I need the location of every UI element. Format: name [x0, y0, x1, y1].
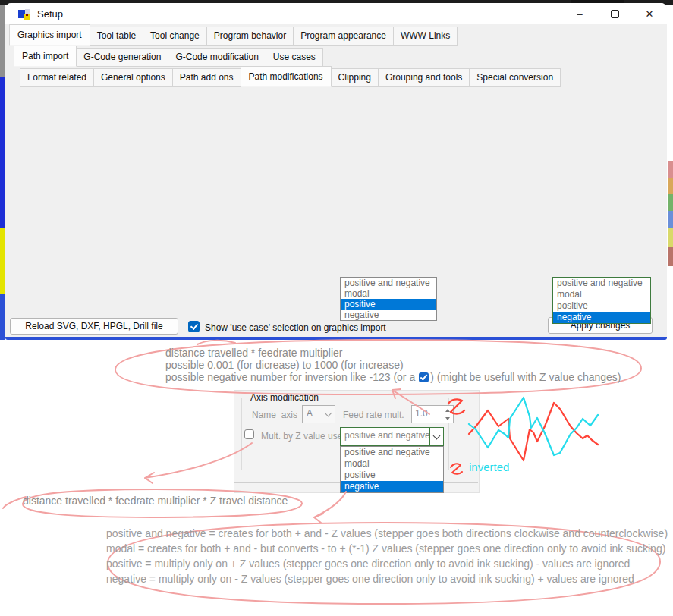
tab-clipping[interactable]: Clipping: [331, 68, 379, 87]
background-right-sliver-5: [668, 228, 673, 247]
annotation-arrow-negative: [314, 492, 346, 523]
tab-www-links[interactable]: WWW Links: [393, 27, 458, 46]
z-signal-cyan-line: [469, 398, 598, 455]
screenshot-root: { "win": {"title": "Setup", "min_glyph":…: [0, 0, 673, 616]
dropdown-item[interactable]: positive: [341, 470, 443, 481]
note1-line2: possible 0.001 (for dicrease) to 1000 (f…: [165, 359, 404, 371]
tab-use-cases[interactable]: Use cases: [266, 48, 323, 67]
dropdown-item[interactable]: modal: [341, 288, 436, 299]
tab-gcode-modification[interactable]: G-Code modification: [168, 48, 266, 67]
checked-checkbox-icon: [419, 372, 429, 382]
background-right-sliver-3: [668, 194, 673, 211]
tab-gcode-generation[interactable]: G-Code generation: [76, 48, 168, 67]
spin-down-icon[interactable]: [442, 414, 453, 423]
dropdown-item-selected[interactable]: negative: [553, 312, 650, 323]
tab-tool-change[interactable]: Tool change: [143, 27, 207, 46]
z-value-use-dropdown-left: positive and negative modal positive neg…: [340, 277, 437, 321]
z-value-use-dropdown-right: positive and negative modal positive neg…: [552, 277, 651, 324]
spin-up-icon[interactable]: [442, 406, 453, 414]
tab-general-options[interactable]: General options: [93, 68, 173, 87]
tab-path-modifications[interactable]: Path modifications: [241, 66, 332, 87]
reload-file-button[interactable]: Reload SVG, DXF, HPGL, Drill file: [10, 318, 178, 335]
dropdown-item-selected[interactable]: negative: [341, 481, 443, 492]
mult-by-z-label: Mult. by Z value use: [261, 431, 342, 442]
tab-path-import[interactable]: Path import: [14, 46, 77, 67]
dropdown-item[interactable]: positive and negative: [553, 278, 650, 289]
close-icon[interactable]: ✕: [632, 3, 667, 24]
tabs-level2: Path import G-Code generation G-Code mod…: [14, 46, 322, 67]
tab-program-behavior[interactable]: Program behavior: [206, 27, 294, 46]
feed-rate-mult-spinner[interactable]: 1.0: [411, 405, 454, 423]
tab-path-add-ons[interactable]: Path add ons: [172, 68, 241, 87]
z-signal-red-line: [469, 403, 598, 460]
maximize-icon[interactable]: [597, 3, 632, 24]
tab-tool-table[interactable]: Tool table: [90, 27, 143, 46]
background-left-gray: [0, 5, 5, 77]
background-left-blue: [0, 77, 5, 228]
note1-line3: possible negative number for inversion l…: [165, 371, 621, 383]
tabs-level1: Graphics import Tool table Tool change P…: [9, 24, 457, 46]
title-bar: Setup – ✕: [5, 3, 667, 24]
dropdown-item[interactable]: negative: [341, 310, 436, 320]
tab-special-conversion[interactable]: Special conversion: [469, 68, 561, 87]
tab-grouping-and-tools[interactable]: Grouping and tools: [378, 68, 470, 87]
dropdown-item[interactable]: modal: [341, 458, 443, 470]
chevron-down-icon[interactable]: [429, 428, 443, 445]
group-title: Axis modification: [247, 392, 322, 403]
dropdown-item[interactable]: positive: [553, 300, 650, 312]
show-use-case-checkbox[interactable]: [188, 321, 200, 332]
note2: distance travelled * feedrate multiplier…: [23, 495, 288, 507]
app-icon: [18, 8, 31, 20]
note1-line1: distance travelled * feedrate multiplier: [165, 347, 342, 359]
dropdown-item[interactable]: positive and negative: [341, 278, 436, 288]
background-left-blue-bottom: [0, 294, 5, 340]
background-right-sliver-2: [668, 178, 673, 194]
dropdown-item[interactable]: modal: [553, 289, 650, 300]
background-right-sliver-6: [668, 247, 673, 266]
z-value-use-dropdown-fragment: positive and negative modal positive neg…: [340, 446, 444, 493]
tab-format-related[interactable]: Format related: [20, 68, 94, 87]
background-right-sliver-4: [668, 211, 673, 228]
dropdown-item[interactable]: positive and negative: [341, 447, 443, 458]
show-use-case-label: Show 'use case' selection on graphics im…: [205, 322, 386, 333]
note3-line1: positive and negative = creates for both…: [106, 527, 668, 539]
dropdown-item-selected[interactable]: positive: [341, 299, 436, 310]
z-value-use-combo[interactable]: positive and negative: [340, 427, 444, 446]
annotation-ellipse-1-overshoot: [197, 341, 235, 344]
note3-line2: modal = creates for both + and - but con…: [106, 542, 665, 555]
tabs-level3: Format related General options Path add …: [20, 66, 560, 87]
axis-name-combo[interactable]: A: [302, 405, 335, 423]
z-inverted-label: inverted: [469, 460, 509, 473]
tab-program-appearance[interactable]: Program appearance: [293, 27, 394, 46]
note3-line3: positive = multiply only on + Z values (…: [106, 558, 630, 570]
background-left-yellow: [0, 228, 5, 294]
minimize-icon[interactable]: –: [562, 3, 597, 24]
feed-rate-mult-label: Feed rate mult.: [343, 410, 404, 420]
chevron-down-icon[interactable]: [322, 406, 335, 423]
axis-name-label: Name axis: [252, 410, 297, 420]
background-right-sliver-1: [668, 161, 673, 178]
note3-line4: negative = multiply only on - Z values (…: [106, 573, 634, 585]
tab-graphics-import[interactable]: Graphics import: [9, 24, 90, 46]
mult-by-z-checkbox[interactable]: [244, 429, 254, 439]
window-title: Setup: [37, 8, 63, 20]
